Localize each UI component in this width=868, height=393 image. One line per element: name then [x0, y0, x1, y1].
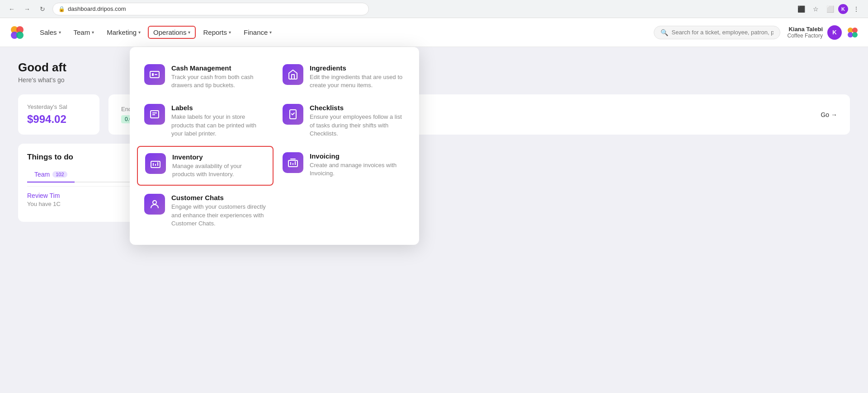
user-name: Kiana Talebi [788, 26, 823, 33]
customer-chats-icon [144, 194, 165, 215]
nav-team-label: Team [74, 28, 90, 36]
nav-item-reports[interactable]: Reports ▾ [198, 26, 236, 39]
svg-point-7 [852, 32, 858, 37]
nav-finance-chevron: ▾ [269, 30, 272, 35]
yesterday-sales-label: Yesterday's Sal [27, 103, 90, 110]
menu-item-customer-chats[interactable]: Customer Chats Engage with your customer… [137, 187, 274, 234]
invoicing-title: Invoicing [310, 152, 405, 160]
svg-point-3 [16, 32, 24, 39]
invoicing-text: Invoicing Create and manage invoices wit… [310, 152, 405, 178]
svg-rect-22 [295, 161, 296, 165]
yesterday-sales-card: Yesterday's Sal $994.02 [18, 94, 99, 135]
address-bar[interactable]: 🔒 dashboard.dripos.com [52, 3, 369, 15]
user-avatar[interactable]: K [827, 25, 842, 40]
ingredients-title: Ingredients [310, 64, 405, 72]
user-info: Kiana Talebi Coffee Factory K [788, 25, 859, 40]
browser-right-icons: ⬛ ☆ ⬜ K ⋮ [795, 3, 863, 15]
back-button[interactable]: ← [5, 3, 18, 15]
svg-rect-16 [153, 163, 154, 166]
yesterday-sales-value: $994.02 [27, 113, 90, 126]
checklists-icon [283, 104, 303, 125]
checklists-title: Checklists [310, 104, 405, 112]
inventory-desc: Manage availability of your products wit… [172, 162, 265, 178]
cash-management-icon [144, 64, 165, 85]
tab-team-badge: 102 [52, 171, 67, 178]
browser-chrome: ← → ↻ 🔒 dashboard.dripos.com ⬛ ☆ ⬜ K ⋮ [0, 0, 868, 18]
nav-operations-label: Operations [153, 28, 186, 36]
inventory-text: Inventory Manage availability of your pr… [172, 153, 265, 178]
labels-desc: Make labels for your in store products t… [171, 113, 266, 138]
nav-finance-label: Finance [244, 28, 268, 36]
svg-rect-17 [155, 164, 156, 166]
nav-item-sales[interactable]: Sales ▾ [34, 26, 66, 39]
ingredients-desc: Edit the ingredients that are used to cr… [310, 73, 405, 89]
customer-chats-title: Customer Chats [171, 194, 266, 201]
search-box[interactable]: 🔍 [654, 26, 780, 39]
nav-sales-chevron: ▾ [59, 30, 61, 35]
search-input[interactable] [672, 29, 774, 36]
top-nav: Sales ▾ Team ▾ Marketing ▾ Operations ▾ … [0, 18, 868, 47]
cash-management-text: Cash Management Track your cash from bot… [171, 64, 266, 89]
cash-management-title: Cash Management [171, 64, 266, 72]
checklists-desc: Ensure your employees follow a list of t… [310, 113, 405, 138]
url-text: dashboard.dripos.com [68, 5, 126, 12]
customer-chats-desc: Engage with your customers directly and … [171, 203, 266, 228]
ingredients-icon [283, 64, 303, 85]
svg-point-23 [153, 201, 156, 204]
menu-item-invoicing[interactable]: Invoicing Create and manage invoices wit… [275, 146, 412, 186]
menu-item-ingredients[interactable]: Ingredients Edit the ingredients that ar… [275, 58, 412, 96]
svg-rect-10 [155, 74, 157, 75]
svg-rect-20 [290, 162, 291, 165]
nav-marketing-label: Marketing [107, 28, 137, 36]
nav-reports-chevron: ▾ [229, 30, 231, 35]
nav-item-marketing[interactable]: Marketing ▾ [101, 26, 146, 39]
extension-button[interactable]: ⬛ [795, 3, 807, 15]
menu-item-cash-management[interactable]: Cash Management Track your cash from bot… [137, 58, 274, 96]
browser-user-avatar: K [838, 4, 848, 14]
search-icon: 🔍 [660, 29, 668, 36]
svg-rect-21 [292, 163, 293, 165]
dripos-logo-small[interactable] [846, 26, 859, 39]
labels-text: Labels Make labels for your in store pro… [171, 104, 266, 138]
menu-button[interactable]: ⋮ [850, 3, 863, 15]
menu-item-checklists[interactable]: Checklists Ensure your employees follow … [275, 98, 412, 144]
go-button[interactable]: Go → [821, 111, 837, 118]
window-button[interactable]: ⬜ [824, 3, 836, 15]
nav-item-finance[interactable]: Finance ▾ [238, 26, 277, 39]
menu-item-inventory[interactable]: Inventory Manage availability of your pr… [137, 146, 274, 186]
invoicing-desc: Create and manage invoices with Invoicin… [310, 161, 405, 178]
nav-right: 🔍 Kiana Talebi Coffee Factory K [654, 25, 859, 40]
app-logo[interactable] [9, 24, 25, 41]
nav-sales-label: Sales [40, 28, 57, 36]
inventory-icon [145, 153, 166, 174]
inventory-title: Inventory [172, 153, 265, 161]
nav-item-operations[interactable]: Operations ▾ [148, 26, 196, 39]
refresh-button[interactable]: ↻ [36, 3, 49, 15]
nav-reports-label: Reports [203, 28, 227, 36]
invoicing-icon [283, 152, 303, 173]
forward-button[interactable]: → [21, 3, 33, 15]
tab-team[interactable]: Team 102 [27, 167, 75, 182]
nav-marketing-chevron: ▾ [138, 30, 141, 35]
bookmark-button[interactable]: ☆ [809, 3, 822, 15]
nav-operations-chevron: ▾ [188, 30, 190, 35]
checklists-text: Checklists Ensure your employees follow … [310, 104, 405, 138]
ingredients-text: Ingredients Edit the ingredients that ar… [310, 64, 405, 89]
user-company: Coffee Factory [788, 33, 823, 39]
nav-item-team[interactable]: Team ▾ [68, 26, 100, 39]
svg-rect-9 [152, 73, 154, 76]
customer-chats-text: Customer Chats Engage with your customer… [171, 194, 266, 228]
browser-controls: ← → ↻ [5, 3, 49, 15]
cash-management-desc: Track your cash from both cash drawers a… [171, 73, 266, 89]
nav-items: Sales ▾ Team ▾ Marketing ▾ Operations ▾ … [34, 26, 654, 39]
labels-icon [144, 104, 165, 125]
operations-dropdown: Cash Management Track your cash from bot… [130, 47, 419, 245]
nav-team-chevron: ▾ [92, 30, 94, 35]
svg-rect-18 [157, 162, 158, 166]
labels-title: Labels [171, 104, 266, 112]
tab-team-label: Team [34, 171, 50, 178]
menu-item-labels[interactable]: Labels Make labels for your in store pro… [137, 98, 274, 144]
user-text: Kiana Talebi Coffee Factory [788, 26, 823, 39]
lock-icon: 🔒 [58, 6, 65, 12]
